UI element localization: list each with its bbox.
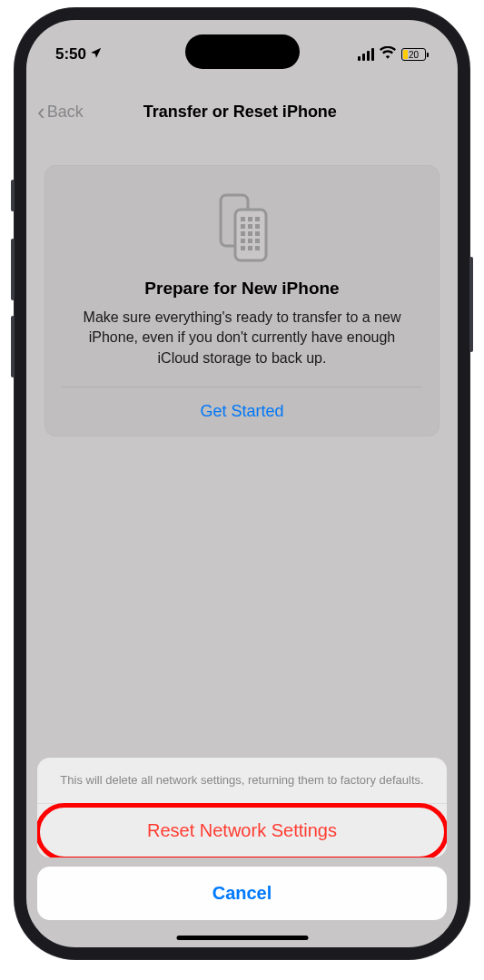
status-right-group: 20	[358, 46, 429, 63]
status-time: 5:50	[55, 45, 86, 64]
wifi-icon	[380, 46, 396, 63]
sheet-group: This will delete all network settings, r…	[37, 758, 447, 858]
status-time-group: 5:50	[55, 45, 103, 64]
home-indicator[interactable]	[176, 936, 308, 940]
battery-percent: 20	[409, 50, 419, 60]
dynamic-island	[185, 34, 300, 69]
power-button	[469, 257, 473, 352]
cellular-icon	[358, 48, 374, 61]
screen: 5:50 20	[26, 20, 458, 947]
reset-network-settings-button[interactable]: Reset Network Settings	[37, 804, 447, 858]
phone-frame: 5:50 20	[14, 7, 470, 960]
action-sheet: This will delete all network settings, r…	[37, 758, 447, 920]
sheet-message: This will delete all network settings, r…	[37, 758, 447, 804]
silent-switch	[11, 180, 15, 211]
location-icon	[90, 45, 103, 64]
battery-icon: 20	[401, 48, 429, 61]
volume-up-button	[11, 239, 15, 300]
volume-down-button	[11, 316, 15, 377]
cancel-button[interactable]: Cancel	[37, 867, 447, 920]
